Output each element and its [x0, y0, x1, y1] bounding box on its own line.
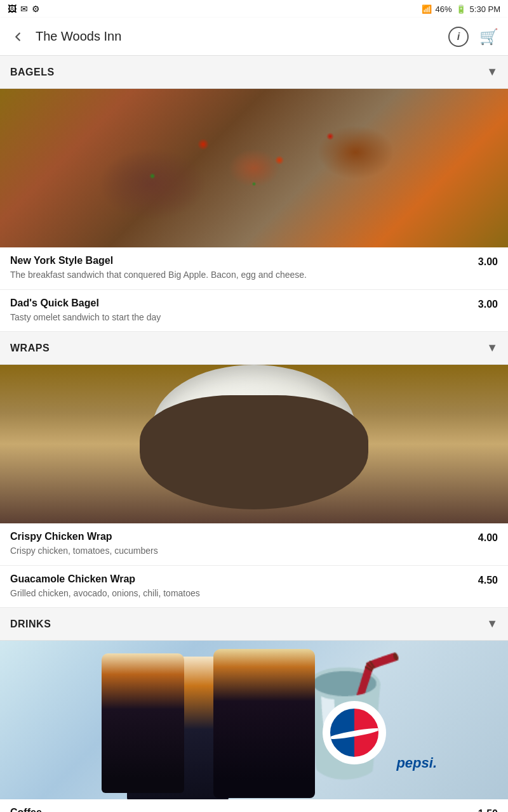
- message-icon: ✉: [20, 4, 28, 14]
- status-bar-right: 📶 46% 🔋 5:30 PM: [422, 4, 500, 14]
- settings-icon: ⚙: [32, 4, 40, 14]
- time-display: 5:30 PM: [470, 4, 500, 14]
- pepsi-text: pepsi.: [396, 755, 437, 771]
- item-price: 3.00: [478, 298, 498, 310]
- top-nav: The Woods Inn i 🛒: [0, 18, 508, 56]
- cart-button[interactable]: 🛒: [475, 23, 503, 51]
- item-name: New York Style Bagel: [10, 255, 468, 266]
- item-price: 1.50: [478, 807, 498, 812]
- menu-item-coffee[interactable]: Coffee 1.50: [0, 799, 508, 812]
- drinks-chevron-icon: ▼: [486, 617, 498, 631]
- gallery-icon: 🖼: [8, 4, 17, 14]
- restaurant-title: The Woods Inn: [30, 29, 444, 44]
- status-bar: 🖼 ✉ ⚙ 📶 46% 🔋 5:30 PM: [0, 0, 508, 18]
- item-name: Guacamole Chicken Wrap: [10, 573, 468, 585]
- item-name: Dad's Quick Bagel: [10, 298, 468, 309]
- menu-item-info: Coffee: [10, 807, 478, 812]
- wraps-chevron-icon: ▼: [486, 341, 498, 355]
- bagels-chevron-icon: ▼: [486, 65, 498, 79]
- bagels-section: BAGELS ▼ New York Style Bagel The breakf…: [0, 56, 508, 332]
- item-name: Coffee: [10, 807, 468, 812]
- cart-icon: 🛒: [479, 28, 498, 46]
- info-button[interactable]: i: [444, 23, 472, 51]
- bagels-section-title: BAGELS: [10, 67, 55, 78]
- menu-item-guacamole-wrap[interactable]: Guacamole Chicken Wrap Grilled chicken, …: [0, 566, 508, 608]
- bagels-image: [0, 89, 508, 247]
- menu-item-new-york-bagel[interactable]: New York Style Bagel The breakfast sandw…: [0, 247, 508, 290]
- menu-item-crispy-chicken-wrap[interactable]: Crispy Chicken Wrap Crispy chicken, toma…: [0, 523, 508, 566]
- drinks-section-header[interactable]: DRINKS ▼: [0, 608, 508, 641]
- menu-item-info: New York Style Bagel The breakfast sandw…: [10, 255, 478, 282]
- bagels-section-header[interactable]: BAGELS ▼: [0, 56, 508, 89]
- nav-icons: i 🛒: [444, 23, 503, 51]
- wifi-icon: 📶: [422, 4, 432, 14]
- item-price: 4.50: [478, 573, 498, 586]
- wraps-image: [0, 365, 508, 523]
- item-price: 3.00: [478, 255, 498, 268]
- pepsi-logo-inner: [329, 707, 380, 758]
- menu-item-info: Dad's Quick Bagel Tasty omelet sandwich …: [10, 298, 478, 324]
- item-name: Crispy Chicken Wrap: [10, 531, 468, 542]
- wraps-section: WRAPS ▼ Crispy Chicken Wrap Crispy chick…: [0, 332, 508, 608]
- battery-icon: 🔋: [456, 4, 466, 14]
- item-description: Crispy chicken, tomatoes, cucumbers: [10, 545, 468, 558]
- status-bar-left: 🖼 ✉ ⚙: [8, 4, 417, 14]
- info-icon: i: [448, 27, 469, 47]
- item-description: The breakfast sandwich that conquered Bi…: [10, 269, 468, 282]
- wraps-section-title: WRAPS: [10, 343, 50, 354]
- menu-item-info: Crispy Chicken Wrap Crispy chicken, toma…: [10, 531, 478, 558]
- battery-text: 46%: [436, 4, 452, 14]
- item-description: Tasty omelet sandwich to start the day: [10, 311, 468, 324]
- item-description: Grilled chicken, avocado, onions, chili,…: [10, 587, 468, 600]
- menu-item-dads-bagel[interactable]: Dad's Quick Bagel Tasty omelet sandwich …: [0, 290, 508, 332]
- drinks-section-title: DRINKS: [10, 619, 51, 630]
- drinks-image: pepsi.: [0, 641, 508, 799]
- drinks-section: DRINKS ▼ pepsi. Coffee 1.50: [0, 608, 508, 812]
- back-button[interactable]: [5, 24, 30, 49]
- menu-item-info: Guacamole Chicken Wrap Grilled chicken, …: [10, 573, 478, 600]
- wraps-section-header[interactable]: WRAPS ▼: [0, 332, 508, 365]
- pepsi-logo: [323, 701, 386, 764]
- item-price: 4.00: [478, 531, 498, 544]
